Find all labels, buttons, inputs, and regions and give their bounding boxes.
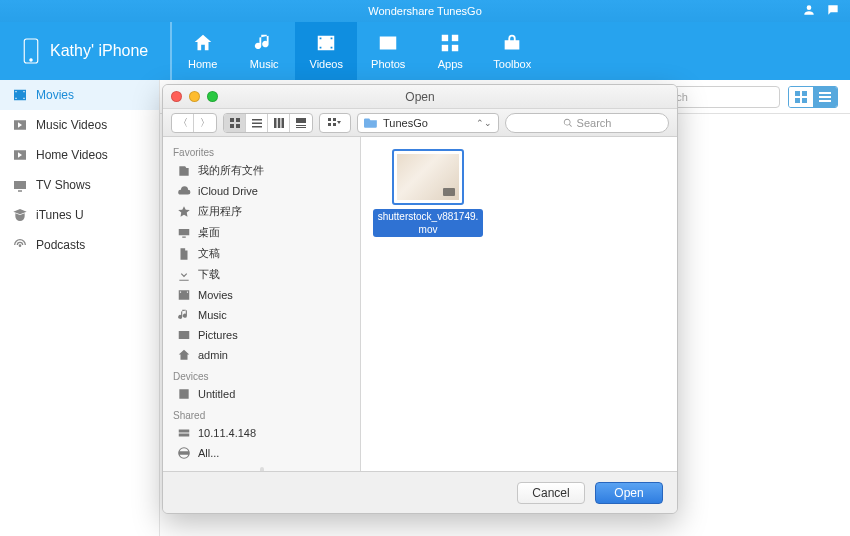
finder-item[interactable]: iCloud Drive <box>163 181 360 201</box>
svg-rect-28 <box>328 123 331 126</box>
finder-item[interactable]: 10.11.4.148 <box>163 423 360 443</box>
close-icon[interactable] <box>171 91 182 102</box>
svg-rect-24 <box>296 125 306 126</box>
music-icon <box>253 32 275 54</box>
sidebar-item-label: Movies <box>36 88 74 102</box>
file-item[interactable]: shutterstock_v881749.mov <box>373 149 483 237</box>
finder-item-label: Untitled <box>198 388 235 400</box>
chevron-updown-icon: ⌃⌄ <box>476 118 492 128</box>
finder-item[interactable]: Pictures <box>163 325 360 345</box>
finder-item[interactable]: 下载 <box>163 264 360 285</box>
home-icon <box>192 32 214 54</box>
list-view-icon[interactable] <box>246 114 268 132</box>
cancel-button[interactable]: Cancel <box>517 482 585 504</box>
sidebar-item-label: TV Shows <box>36 178 91 192</box>
all-files-icon <box>177 164 191 178</box>
account-icon[interactable] <box>802 3 816 17</box>
arrange-dropdown[interactable] <box>319 113 351 133</box>
dialog-search-input[interactable]: Search <box>505 113 669 133</box>
finder-item-label: All... <box>198 447 219 459</box>
dialog-sidebar: Favorites我的所有文件iCloud Drive应用程序桌面文稿下载Mov… <box>163 137 361 471</box>
view-mode-segment[interactable] <box>223 113 313 133</box>
finder-item[interactable]: admin <box>163 345 360 365</box>
file-name: shutterstock_v881749.mov <box>373 209 483 237</box>
tab-music[interactable]: Music <box>233 22 295 80</box>
icon-view-icon[interactable] <box>224 114 246 132</box>
column-view-icon[interactable] <box>268 114 290 132</box>
dialog-footer: Cancel Open <box>163 471 677 513</box>
tv-shows-icon <box>12 177 28 193</box>
svg-rect-5 <box>452 45 458 51</box>
sidebar-item-movies[interactable]: Movies <box>0 80 159 110</box>
sidebar-item-podcasts[interactable]: Podcasts <box>0 230 159 260</box>
svg-rect-19 <box>252 126 262 128</box>
tab-videos[interactable]: Videos <box>295 22 357 80</box>
tab-photos[interactable]: Photos <box>357 22 419 80</box>
sidebar-item-label: Music Videos <box>36 118 107 132</box>
home-icon <box>177 348 191 362</box>
sidebar-item-home-videos[interactable]: Home Videos <box>0 140 159 170</box>
server-icon <box>177 426 191 440</box>
dialog-file-area[interactable]: shutterstock_v881749.mov <box>361 137 677 471</box>
finder-item-label: Music <box>198 309 227 321</box>
coverflow-view-icon[interactable] <box>290 114 312 132</box>
svg-rect-25 <box>296 127 306 128</box>
disk-icon <box>177 387 191 401</box>
sidebar-item-music-videos[interactable]: Music Videos <box>0 110 159 140</box>
finder-item-label: admin <box>198 349 228 361</box>
view-list-icon[interactable] <box>813 87 837 107</box>
feedback-icon[interactable] <box>826 3 840 17</box>
tab-apps[interactable]: Apps <box>419 22 481 80</box>
folder-icon <box>364 117 378 128</box>
forward-icon[interactable]: 〉 <box>194 114 216 132</box>
svg-rect-6 <box>795 91 800 96</box>
dialog-search-placeholder: Search <box>577 117 612 129</box>
view-grid-icon[interactable] <box>789 87 813 107</box>
movies-icon <box>177 288 191 302</box>
finder-item-label: 下载 <box>198 267 220 282</box>
view-toggle[interactable] <box>788 86 838 108</box>
svg-rect-23 <box>296 118 306 123</box>
podcasts-icon <box>12 237 28 253</box>
open-button[interactable]: Open <box>595 482 663 504</box>
svg-rect-16 <box>236 124 240 128</box>
device-selector[interactable]: Kathy' iPhone <box>0 22 171 80</box>
svg-rect-12 <box>819 100 831 102</box>
finder-item[interactable]: All... <box>163 443 360 463</box>
search-icon <box>563 118 573 128</box>
tab-home[interactable]: Home <box>171 22 233 80</box>
finder-item[interactable]: Movies <box>163 285 360 305</box>
dialog-title: Open <box>405 90 434 104</box>
sidebar-item-itunes-u[interactable]: iTunes U <box>0 200 159 230</box>
dialog-titlebar: Open <box>163 85 677 109</box>
photos-icon <box>377 32 399 54</box>
arrange-icon <box>320 114 350 132</box>
finder-item[interactable]: 文稿 <box>163 243 360 264</box>
finder-item[interactable]: 我的所有文件 <box>163 160 360 181</box>
svg-rect-4 <box>442 45 448 51</box>
sidebar-item-tv-shows[interactable]: TV Shows <box>0 170 159 200</box>
svg-rect-27 <box>333 118 336 121</box>
finder-item[interactable]: 桌面 <box>163 222 360 243</box>
nav-back-forward[interactable]: 〈 〉 <box>171 113 217 133</box>
back-icon[interactable]: 〈 <box>172 114 194 132</box>
documents-icon <box>177 247 191 261</box>
downloads-icon <box>177 268 191 282</box>
finder-item-label: Pictures <box>198 329 238 341</box>
finder-item[interactable]: Untitled <box>163 384 360 404</box>
finder-group-favorites: Favorites <box>163 141 360 160</box>
svg-rect-17 <box>252 119 262 121</box>
finder-item[interactable]: Music <box>163 305 360 325</box>
finder-item[interactable]: 应用程序 <box>163 201 360 222</box>
finder-item-label: 文稿 <box>198 246 220 261</box>
minimize-icon[interactable] <box>189 91 200 102</box>
tab-toolbox[interactable]: Toolbox <box>481 22 543 80</box>
svg-rect-26 <box>328 118 331 121</box>
pictures-icon <box>177 328 191 342</box>
path-selected: TunesGo <box>383 117 428 129</box>
finder-item-label: 桌面 <box>198 225 220 240</box>
zoom-icon[interactable] <box>207 91 218 102</box>
finder-group-devices: Devices <box>163 365 360 384</box>
path-dropdown[interactable]: TunesGo ⌃⌄ <box>357 113 499 133</box>
sidebar-item-label: Podcasts <box>36 238 85 252</box>
